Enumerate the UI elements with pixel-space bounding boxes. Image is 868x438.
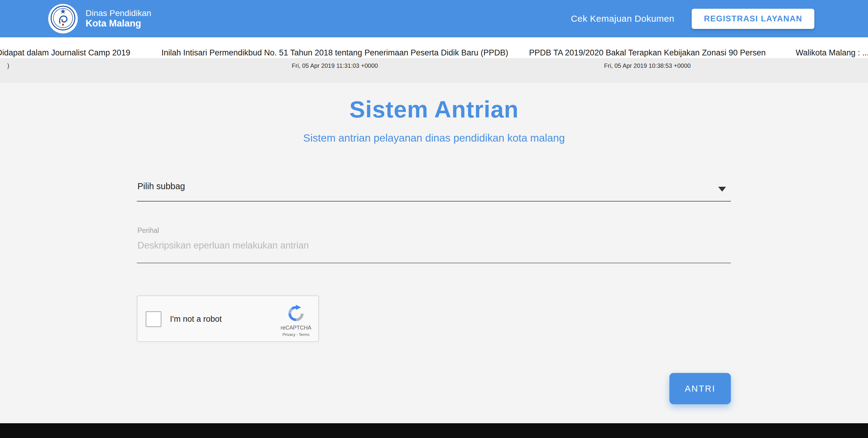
recaptcha-privacy-terms-links[interactable]: Privacy - Terms xyxy=(278,332,314,337)
subbag-select[interactable]: Pilih subbag xyxy=(137,169,731,202)
header-right: Cek Kemajuan Dokumen REGISTRASI LAYANAN xyxy=(571,9,814,29)
page: Dinas Pendidikan Kota Malang Cek Kemajua… xyxy=(0,0,868,438)
ticker-item-date: Fri, 05 Apr 2019 11:31:03 +0000 xyxy=(154,62,516,69)
ticker-item[interactable]: PPDB TA 2019/2020 Bakal Terapkan Kebijak… xyxy=(497,37,798,83)
chevron-down-icon xyxy=(718,187,726,192)
kemendikbud-logo xyxy=(48,4,78,33)
perihal-label: Perihal xyxy=(137,227,159,235)
ticker-item-date: Fri, 05 Apr 2019 10:38:53 +0000 xyxy=(497,62,798,69)
recaptcha-label: I'm not a robot xyxy=(170,311,222,327)
perihal-input[interactable] xyxy=(137,238,731,253)
recaptcha-brand-column: reCAPTCHA Privacy - Terms xyxy=(278,305,314,337)
ticker-item-title[interactable]: Walikota Malang : ... xyxy=(796,48,868,58)
ticker-item-title[interactable]: PPDB TA 2019/2020 Bakal Terapkan Kebijak… xyxy=(497,48,798,58)
registrasi-layanan-button[interactable]: REGISTRASI LAYANAN xyxy=(692,9,814,29)
ticker-item[interactable]: Inilah Intisari Permendikbud No. 51 Tahu… xyxy=(154,37,516,83)
brand-line1: Dinas Pendidikan xyxy=(86,8,151,18)
ticker-item-title[interactable]: Inilah Intisari Permendikbud No. 51 Tahu… xyxy=(154,48,516,58)
antrian-form: Pilih subbag Perihal I'm not a robot xyxy=(137,169,731,410)
page-subtitle: Sistem antrian pelayanan dinas pendidika… xyxy=(0,132,868,144)
select-underline xyxy=(137,201,731,202)
brand-line2: Kota Malang xyxy=(86,18,151,29)
cek-kemajuan-dokumen-link[interactable]: Cek Kemajuan Dokumen xyxy=(571,13,675,24)
footer-bar xyxy=(0,423,868,438)
tut-wuri-handayani-emblem-icon xyxy=(50,5,76,32)
recaptcha-checkbox[interactable] xyxy=(146,311,161,327)
recaptcha-logo-icon xyxy=(287,318,305,324)
subbag-select-value: Pilih subbag xyxy=(137,181,185,191)
ticker-item[interactable]: Walikota Malang : ... xyxy=(796,37,868,83)
brand-text: Dinas Pendidikan Kota Malang xyxy=(86,8,151,29)
recaptcha-widget: I'm not a robot reCAPTCHA Privacy - Term… xyxy=(137,296,319,342)
antri-submit-button[interactable]: ANTRI xyxy=(670,373,731,404)
app-header: Dinas Pendidikan Kota Malang Cek Kemajua… xyxy=(0,0,868,37)
perihal-underline xyxy=(137,263,731,263)
news-ticker: Didapat dalam Journalist Camp 2019 ) Ini… xyxy=(0,37,868,83)
recaptcha-brand-text: reCAPTCHA xyxy=(278,325,314,331)
page-title: Sistem Antrian xyxy=(0,96,868,123)
